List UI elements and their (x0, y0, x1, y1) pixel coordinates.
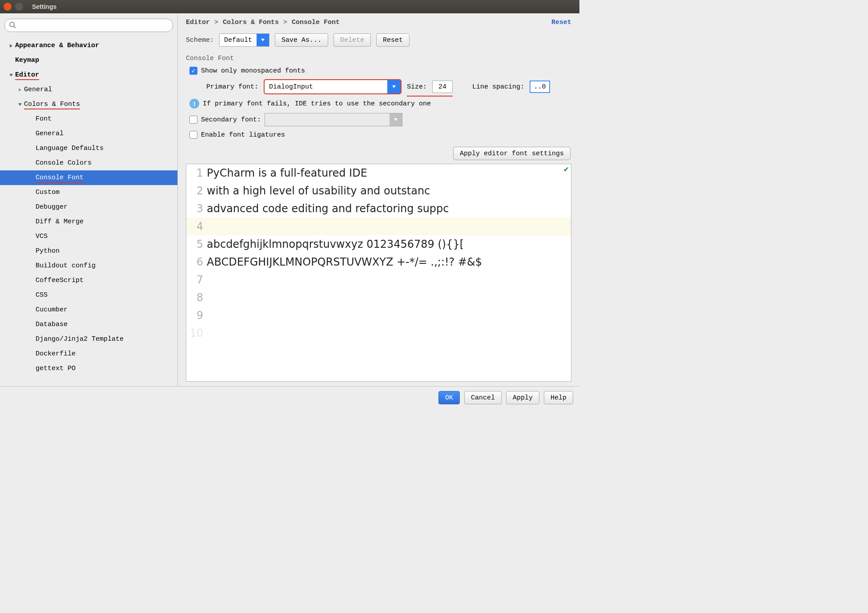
tree-item-custom[interactable]: Custom (0, 185, 177, 200)
secondary-font-label: Secondary font: (201, 116, 261, 124)
crumb-editor[interactable]: Editor (186, 19, 210, 26)
monospaced-checkbox[interactable]: ✓ (189, 67, 197, 75)
tree-item-keymap[interactable]: Keymap (0, 53, 177, 68)
tree-item-python[interactable]: Python (0, 244, 177, 258)
tree-item-console-colors[interactable]: Console Colors (0, 156, 177, 170)
apply-button[interactable]: Apply (506, 391, 539, 404)
monospaced-label: Show only monospaced fonts (201, 67, 305, 75)
svg-point-0 (10, 22, 14, 27)
line-spacing-input[interactable] (530, 81, 550, 93)
breadcrumb: Editor > Colors & Fonts > Console Font R… (186, 19, 571, 26)
tree-item-console-font[interactable]: Console Font (0, 170, 177, 185)
scheme-label: Scheme: (186, 36, 214, 44)
window-title: Settings (32, 3, 56, 10)
svg-marker-8 (394, 118, 398, 121)
cancel-button[interactable]: Cancel (464, 391, 502, 404)
crumb-console-font: Console Font (292, 19, 340, 26)
scheme-dropdown[interactable]: Default (219, 33, 269, 47)
secondary-font-dropdown (265, 113, 402, 126)
tree-item-css[interactable]: CSS (0, 288, 177, 302)
ligatures-label: Enable font ligatures (201, 131, 285, 139)
minimize-window-icon[interactable] (15, 3, 23, 11)
ligatures-checkbox[interactable] (189, 131, 197, 139)
reset-link[interactable]: Reset (551, 19, 571, 26)
main-panel: Editor > Colors & Fonts > Console Font R… (178, 13, 579, 386)
section-title: Console Font (186, 55, 571, 62)
size-input[interactable] (432, 81, 453, 93)
tree-item-debugger[interactable]: Debugger (0, 200, 177, 214)
tree-item-buildout[interactable]: Buildout config (0, 258, 177, 273)
svg-marker-5 (18, 103, 22, 106)
greater-than-icon: > (283, 19, 287, 26)
help-button[interactable]: Help (544, 391, 573, 404)
chevron-down-icon (387, 80, 401, 93)
tree-item-lang-defaults[interactable]: Language Defaults (0, 141, 177, 156)
tree-item-database[interactable]: Database (0, 317, 177, 332)
ok-button[interactable]: OK (438, 391, 460, 404)
chevron-right-icon (17, 87, 23, 93)
tree-item-django[interactable]: Django/Jinja2 Template (0, 332, 177, 347)
primary-font-label: Primary font: (206, 83, 258, 91)
tree-item-vcs[interactable]: VCS (0, 229, 177, 244)
crumb-colors-fonts[interactable]: Colors & Fonts (223, 19, 279, 26)
settings-tree: Appearance & Behavior Keymap Editor Gene… (0, 36, 177, 386)
chevron-down-icon (17, 101, 23, 108)
size-label: Size: (407, 83, 427, 91)
svg-marker-3 (9, 74, 13, 77)
chevron-down-icon (257, 34, 269, 46)
delete-button: Delete (334, 33, 371, 47)
chevron-down-icon (8, 72, 14, 78)
tree-item-colors-fonts[interactable]: Colors & Fonts (0, 97, 177, 112)
search-input[interactable] (4, 19, 173, 32)
svg-marker-6 (261, 39, 265, 41)
reset-scheme-button[interactable]: Reset (376, 33, 410, 47)
svg-marker-7 (392, 85, 396, 88)
tree-item-diff-merge[interactable]: Diff & Merge (0, 214, 177, 229)
tree-item-coffee[interactable]: CoffeeScript (0, 273, 177, 288)
secondary-font-checkbox[interactable] (189, 116, 197, 124)
check-icon: ✔ (563, 165, 569, 173)
tree-item-cucumber[interactable]: Cucumber (0, 302, 177, 317)
svg-line-1 (14, 26, 16, 28)
close-window-icon[interactable] (4, 3, 12, 11)
info-text: If primary font fails, IDE tries to use … (203, 100, 431, 108)
svg-marker-4 (19, 88, 21, 92)
svg-marker-2 (10, 44, 12, 48)
window-titlebar: Settings (0, 0, 579, 13)
search-icon (9, 21, 16, 28)
info-icon: ! (189, 99, 199, 109)
chevron-down-icon (390, 113, 402, 126)
tree-item-editor[interactable]: Editor (0, 68, 177, 82)
tree-item-appearance[interactable]: Appearance & Behavior (0, 38, 177, 53)
settings-sidebar: Appearance & Behavior Keymap Editor Gene… (0, 13, 178, 386)
greater-than-icon: > (214, 19, 218, 26)
save-as-button[interactable]: Save As... (275, 33, 328, 47)
line-spacing-label: Line spacing: (472, 83, 524, 91)
font-preview: ✔ 1PyCharm is a full-featured IDE 2with … (186, 164, 571, 382)
tree-item-general[interactable]: General (0, 82, 177, 97)
dialog-footer: OK Cancel Apply Help (0, 386, 579, 409)
tree-item-gettext[interactable]: gettext PO (0, 361, 177, 376)
chevron-right-icon (8, 43, 14, 49)
tree-item-dockerfile[interactable]: Dockerfile (0, 347, 177, 361)
tree-item-font[interactable]: Font (0, 112, 177, 126)
tree-item-general2[interactable]: General (0, 126, 177, 141)
primary-font-dropdown[interactable]: DialogInput (264, 79, 402, 94)
apply-editor-font-button[interactable]: Apply editor font settings (453, 147, 571, 160)
